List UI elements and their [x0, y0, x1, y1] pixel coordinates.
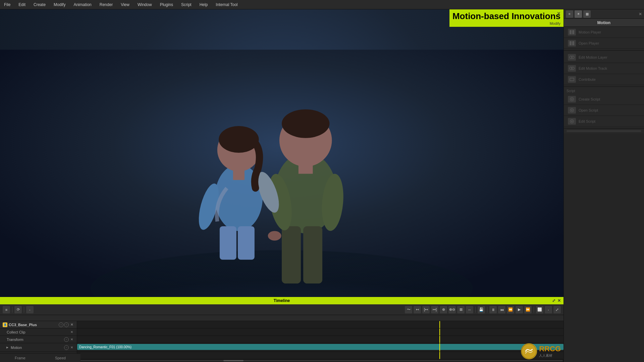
menu-file[interactable]: File: [3, 2, 12, 8]
svg-point-10: [268, 231, 281, 240]
menu-render[interactable]: Render: [98, 2, 114, 8]
menu-animation[interactable]: Animation: [72, 2, 93, 8]
panel-title-bar: Motion: [564, 19, 644, 27]
svg-rect-21: [572, 30, 574, 34]
menu-internal-tool[interactable]: Internal Tool: [214, 2, 239, 8]
motion-clip[interactable]: Dancing_Romantic_F01 (100.00%): [77, 344, 564, 350]
close-icon[interactable]: ✕: [557, 11, 561, 16]
create-script-icon: [568, 96, 576, 103]
svg-rect-3: [282, 226, 301, 284]
track-label-collect: Collect Clip ✕: [0, 328, 77, 336]
playhead-motion: [439, 343, 440, 352]
contribute-icon: [568, 76, 576, 83]
panel-icon-list[interactable]: ≡: [566, 10, 573, 18]
ctrl-pause[interactable]: ⏸: [489, 306, 497, 313]
ctrl-zoom[interactable]: ⊕: [440, 306, 447, 313]
motion-item-create-script[interactable]: Create Script: [564, 94, 644, 105]
track-vis-transform[interactable]: ○: [64, 337, 69, 342]
track-name-motion: Motion: [11, 346, 22, 350]
ctrl-split[interactable]: ⊕⊖: [448, 306, 456, 313]
track-content-motion[interactable]: Dancing_Romantic_F01 (100.00%): [77, 343, 564, 352]
track-label-transform: Transform ○ ✕: [0, 336, 77, 343]
menu-edit[interactable]: Edit: [17, 2, 27, 8]
contribute-label: Contribute: [579, 77, 596, 81]
brand-subtitle: Modify: [452, 21, 560, 25]
timeline-header: Timeline ⤢ ✕: [0, 297, 564, 304]
track-name-cc3: CC3_Base_Plus: [9, 323, 37, 327]
svg-point-32: [571, 110, 573, 111]
motion-item-open-player[interactable]: Open Player: [564, 38, 644, 49]
separator: [12, 307, 12, 313]
ctrl-play[interactable]: ▶: [516, 306, 523, 313]
svg-rect-12: [220, 226, 236, 260]
panel-icon-light[interactable]: ☀: [575, 10, 582, 18]
svg-rect-22: [570, 41, 572, 45]
ctrl-screen[interactable]: ⬜: [536, 306, 543, 313]
timeline-expand-icon[interactable]: ⤢: [552, 298, 555, 303]
menu-view[interactable]: View: [119, 2, 131, 8]
ctrl-prev-key[interactable]: ⏮: [498, 306, 505, 313]
track-vis-motion[interactable]: ○: [64, 345, 69, 350]
script-section-label: Script: [564, 88, 644, 94]
menu-help[interactable]: Help: [198, 2, 209, 8]
track-del-cc3[interactable]: ✕: [69, 322, 74, 327]
edit-layer-icon: [568, 54, 576, 61]
menu-create[interactable]: Create: [32, 2, 47, 8]
panel-scrollbar[interactable]: [567, 130, 641, 132]
menu-plugins[interactable]: Plugins: [159, 2, 174, 8]
separator4: [487, 307, 487, 313]
scroll-thumb[interactable]: [223, 360, 244, 361]
svg-rect-28: [570, 78, 574, 81]
ctrl-bracket2[interactable]: ↦]: [431, 306, 438, 313]
panel-icon-grid[interactable]: ▦: [583, 10, 591, 18]
viewport: Motion-based Innovations Modify ✕: [0, 9, 564, 362]
motion-item-contribute[interactable]: Contribute: [564, 74, 644, 85]
timeline-scrollbar: [0, 359, 564, 362]
timeline-end-icon[interactable]: ⤢: [553, 306, 561, 313]
ctrl-dot2[interactable]: ·: [545, 306, 552, 313]
ctrl-wave[interactable]: 〜: [405, 306, 412, 313]
track-del-motion[interactable]: ✕: [69, 345, 74, 350]
frame-label: Frame: [15, 356, 25, 360]
track-content-collect: [77, 328, 564, 336]
ctrl-arrow-in[interactable]: ↤: [414, 306, 421, 313]
motion-item-edit-track[interactable]: Edit Motion Track: [564, 63, 644, 74]
menu-script[interactable]: Script: [180, 2, 193, 8]
ctrl-save[interactable]: 💾: [478, 306, 485, 313]
ctrl-rewind[interactable]: ⏪: [507, 306, 514, 313]
track-vis2-cc3[interactable]: ○: [64, 322, 69, 327]
track-row-cc3: 👤 CC3_Base_Plus ○ ○ ✕: [0, 321, 564, 328]
track-del-transform[interactable]: ✕: [69, 337, 74, 342]
brand-title: Motion-based Innovations: [452, 11, 560, 21]
speed-label: Speed: [55, 356, 66, 360]
svg-point-19: [522, 344, 536, 359]
ctrl-move[interactable]: ↔: [466, 306, 473, 313]
menu-window[interactable]: Window: [136, 2, 153, 8]
motion-item-edit-layer[interactable]: Edit Motion Layer: [564, 52, 644, 63]
panel-close-icon[interactable]: ✕: [639, 12, 642, 16]
svg-rect-23: [572, 41, 574, 45]
top-brand-banner: Motion-based Innovations Modify ✕: [449, 9, 564, 27]
expand-motion[interactable]: ▶: [5, 346, 9, 350]
ctrl-btn-1[interactable]: ⟳: [14, 306, 22, 313]
ctrl-dot[interactable]: ·: [26, 306, 34, 313]
menu-modify[interactable]: Modify: [52, 2, 67, 8]
right-panel: ≡ ☀ ▦ ✕ Motion Motion Player Op: [564, 9, 644, 362]
track-vis-cc3[interactable]: ○: [59, 322, 63, 327]
ctrl-trim[interactable]: ⊠: [457, 306, 465, 313]
svg-rect-18: [233, 168, 245, 180]
motion-player-icon: [568, 29, 576, 36]
svg-rect-9: [299, 160, 313, 174]
timeline-settings-icon[interactable]: ✕: [557, 298, 561, 303]
track-name-collect: Collect Clip: [7, 330, 25, 334]
motion-item-motion-player[interactable]: Motion Player: [564, 27, 644, 38]
ctrl-bracket[interactable]: [↤: [422, 306, 430, 313]
motion-item-edit-script[interactable]: Edit Script: [564, 116, 644, 127]
menu-icon[interactable]: ≡: [3, 306, 10, 313]
motion-item-open-script[interactable]: Open Script: [564, 105, 644, 116]
edit-script-icon: [568, 118, 576, 125]
ctrl-fast-forward[interactable]: ⏩: [524, 306, 532, 313]
track-del-collect[interactable]: ✕: [69, 330, 74, 335]
scroll-track[interactable]: [78, 360, 563, 361]
separator5: [534, 307, 534, 313]
